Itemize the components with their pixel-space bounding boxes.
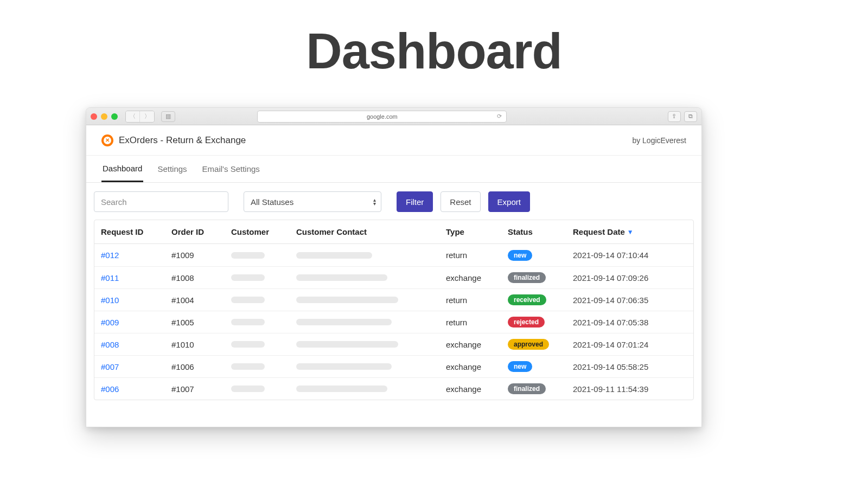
reset-button[interactable]: Reset	[441, 191, 480, 212]
customer-placeholder	[231, 297, 265, 303]
address-bar[interactable]: google.com ⟳	[257, 111, 507, 123]
app-header: ExOrders - Return & Exchange by LogicEve…	[86, 125, 701, 156]
tab-settings[interactable]: Settings	[156, 157, 188, 182]
table-row: #011#1008exchangefinalized2021-09-14 07:…	[94, 266, 693, 288]
request-id-link[interactable]: #012	[101, 251, 119, 260]
status-select[interactable]: All Statuses	[244, 191, 381, 212]
table-row: #007#1006exchangenew2021-09-14 05:58:25	[94, 355, 693, 377]
request-id-link[interactable]: #008	[101, 340, 119, 349]
tab-email-s-settings[interactable]: Email's Settings	[201, 157, 261, 182]
table-row: #006#1007exchangefinalized2021-09-11 11:…	[94, 377, 693, 400]
order-id-cell: #1006	[171, 362, 231, 371]
type-cell: exchange	[446, 340, 508, 349]
app-title: ExOrders - Return & Exchange	[119, 135, 246, 146]
request-date-cell: 2021-09-14 07:10:44	[573, 251, 687, 260]
app-viewport: ExOrders - Return & Exchange by LogicEve…	[86, 125, 701, 427]
requests-table: Request ID Order ID Customer Customer Co…	[94, 220, 694, 400]
request-date-cell: 2021-09-14 05:58:25	[573, 362, 687, 371]
browser-right-controls: ⇪ ⧉	[668, 111, 697, 122]
nav-back-forward: 〈 〉	[125, 111, 155, 123]
customer-placeholder	[231, 341, 265, 348]
request-id-link[interactable]: #006	[101, 384, 119, 394]
window-close-icon[interactable]	[91, 113, 97, 120]
nav-back-button[interactable]: 〈	[126, 111, 140, 122]
request-id-link[interactable]: #010	[101, 296, 119, 305]
request-date-cell: 2021-09-14 07:09:26	[573, 273, 687, 282]
type-cell: exchange	[446, 273, 508, 282]
status-badge: received	[508, 294, 546, 305]
page-hero-title: Dashboard	[0, 0, 868, 80]
customer-contact-placeholder	[296, 297, 398, 303]
reload-icon[interactable]: ⟳	[497, 113, 502, 120]
request-date-cell: 2021-09-14 07:06:35	[573, 296, 687, 305]
window-controls	[91, 113, 118, 120]
status-badge: new	[508, 361, 532, 372]
status-badge: finalized	[508, 272, 546, 283]
customer-contact-placeholder	[296, 274, 387, 281]
customer-placeholder	[231, 319, 265, 325]
window-minimize-icon[interactable]	[101, 113, 107, 120]
app-vendor: by LogicEverest	[632, 136, 686, 145]
customer-placeholder	[231, 274, 265, 281]
sort-desc-icon: ▼	[627, 228, 634, 236]
order-id-cell: #1007	[171, 384, 231, 394]
browser-chrome: 〈 〉 ▥ google.com ⟳ ⇪ ⧉	[86, 108, 701, 125]
order-id-cell: #1005	[171, 318, 231, 327]
status-badge: finalized	[508, 383, 546, 394]
table-row: #010#1004returnreceived2021-09-14 07:06:…	[94, 288, 693, 311]
nav-forward-button[interactable]: 〉	[140, 111, 154, 122]
type-cell: exchange	[446, 362, 508, 371]
customer-contact-placeholder	[296, 319, 392, 325]
toolbar: All Statuses ▴▾ Filter Reset Export	[86, 183, 701, 220]
app-logo-icon	[101, 134, 113, 146]
col-type[interactable]: Type	[446, 227, 508, 236]
status-badge: approved	[508, 339, 549, 350]
type-cell: return	[446, 296, 508, 305]
customer-contact-placeholder	[296, 386, 387, 392]
customer-placeholder	[231, 386, 265, 392]
customer-placeholder	[231, 363, 265, 370]
request-id-link[interactable]: #011	[101, 273, 119, 282]
type-cell: return	[446, 318, 508, 327]
col-customer-contact[interactable]: Customer Contact	[296, 227, 446, 236]
customer-placeholder	[231, 252, 265, 259]
order-id-cell: #1010	[171, 340, 231, 349]
table-header-row: Request ID Order ID Customer Customer Co…	[94, 220, 693, 244]
status-badge: rejected	[508, 317, 545, 328]
table-row: #012#1009returnnew2021-09-14 07:10:44	[94, 244, 693, 266]
col-request-id[interactable]: Request ID	[101, 227, 171, 236]
customer-contact-placeholder	[296, 252, 372, 259]
request-date-cell: 2021-09-11 11:54:39	[573, 384, 687, 394]
table-row: #009#1005returnrejected2021-09-14 07:05:…	[94, 311, 693, 333]
request-date-cell: 2021-09-14 07:01:24	[573, 340, 687, 349]
col-status[interactable]: Status	[508, 227, 573, 236]
nav-tabs: DashboardSettingsEmail's Settings	[86, 156, 701, 183]
customer-contact-placeholder	[296, 341, 398, 348]
tab-dashboard[interactable]: Dashboard	[101, 156, 143, 182]
type-cell: exchange	[446, 384, 508, 394]
request-date-cell: 2021-09-14 07:05:38	[573, 318, 687, 327]
sidebar-toggle-button[interactable]: ▥	[161, 111, 175, 122]
type-cell: return	[446, 251, 508, 260]
status-select-wrap: All Statuses ▴▾	[244, 191, 381, 212]
order-id-cell: #1004	[171, 296, 231, 305]
window-zoom-icon[interactable]	[111, 113, 118, 120]
table-body: #012#1009returnnew2021-09-14 07:10:44#01…	[94, 244, 693, 400]
request-id-link[interactable]: #007	[101, 362, 119, 371]
col-request-date[interactable]: Request Date ▼	[573, 227, 687, 236]
request-id-link[interactable]: #009	[101, 318, 119, 327]
filter-button[interactable]: Filter	[397, 191, 433, 212]
customer-contact-placeholder	[296, 363, 392, 370]
tabs-icon[interactable]: ⧉	[684, 111, 697, 122]
order-id-cell: #1008	[171, 273, 231, 282]
col-order-id[interactable]: Order ID	[171, 227, 231, 236]
share-icon[interactable]: ⇪	[668, 111, 681, 122]
export-button[interactable]: Export	[488, 191, 530, 212]
status-badge: new	[508, 250, 532, 261]
search-input[interactable]	[94, 191, 228, 212]
browser-window: 〈 〉 ▥ google.com ⟳ ⇪ ⧉ + ExOrders - Retu…	[86, 107, 702, 427]
order-id-cell: #1009	[171, 251, 231, 260]
col-customer[interactable]: Customer	[231, 227, 296, 236]
table-row: #008#1010exchangeapproved2021-09-14 07:0…	[94, 333, 693, 355]
address-bar-text: google.com	[367, 113, 398, 120]
